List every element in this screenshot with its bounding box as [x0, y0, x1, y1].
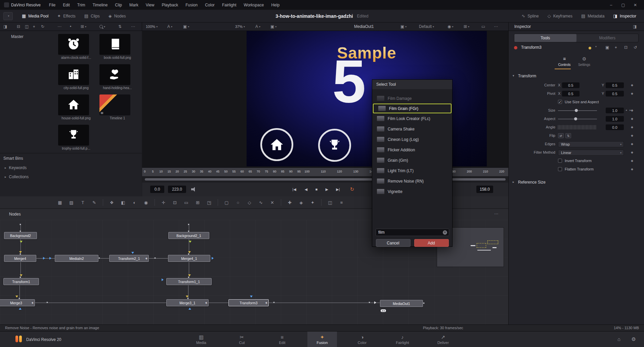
reset-icon[interactable]: ↺ — [634, 45, 637, 50]
media-pool-button[interactable]: ▦ Media Pool — [17, 10, 53, 22]
polygon-mask-tool-icon[interactable]: ◇ — [245, 199, 254, 206]
current-frame-field[interactable]: 158.0 — [476, 186, 493, 193]
inspector-button[interactable]: ◨ Inspector — [609, 10, 641, 22]
viewer-adjust-dropdown[interactable]: A▾ — [255, 23, 260, 31]
connector-square[interactable] — [46, 302, 48, 303]
tool-option-cineon-log-log[interactable]: Cineon Log (Log) — [372, 134, 452, 145]
node-enable-toggle[interactable] — [514, 46, 517, 49]
menu-playback[interactable]: Playback — [158, 3, 182, 7]
more-options-icon[interactable]: ⋯ — [131, 23, 135, 31]
keyframe-diamond-icon[interactable]: ◆ — [631, 92, 633, 95]
keyframe-diamond-icon[interactable]: ◆ — [631, 109, 633, 112]
wand-mask-tool-icon[interactable]: ✕ — [268, 199, 277, 206]
connector-square[interactable] — [188, 224, 189, 225]
timeline-thumbnail[interactable]: ▤ — [99, 94, 130, 115]
tool-option-camera-shake[interactable]: Camera Shake — [372, 124, 452, 134]
viewer-options-icon[interactable]: ⋯ — [494, 23, 498, 31]
search-icon[interactable]: ▾ — [99, 23, 105, 31]
clear-search-icon[interactable]: ✕ — [443, 230, 447, 235]
keyframe-diamond-icon[interactable]: ◆ — [631, 167, 633, 171]
background-tool-icon[interactable]: ▦ — [55, 199, 65, 206]
clip-thumbnail[interactable] — [99, 34, 130, 55]
reference-size-section-header[interactable]: ▸ Reference Size — [509, 179, 644, 186]
clips-button[interactable]: ▤ Clips — [80, 10, 104, 22]
merge-tool-icon[interactable]: ◧ — [119, 199, 128, 206]
flip-horizontal-button[interactable]: ⇄ — [558, 133, 564, 138]
tool-option-film-damage[interactable]: Film Damage — [372, 93, 452, 104]
grid-warp-tool-icon[interactable]: ◳ — [205, 199, 214, 206]
sort-icon[interactable]: ⇅ — [118, 23, 122, 31]
viewer-frame-dropdown[interactable]: ▣▾ — [270, 23, 276, 31]
connector-square[interactable] — [423, 302, 425, 304]
ui-layout-dropdown[interactable]: ▾ — [3, 12, 13, 20]
left-frame-dropdown[interactable]: ▣▾ — [183, 23, 189, 31]
menu-workspace[interactable]: Workspace — [240, 3, 268, 7]
clip-thumbnail[interactable] — [58, 125, 89, 146]
node-transform3[interactable]: Transform3◈ — [228, 299, 269, 306]
resize-tool-icon[interactable]: ⊞ — [193, 199, 202, 206]
menu-color[interactable]: Color — [201, 3, 218, 7]
menu-view[interactable]: View — [142, 3, 158, 7]
maximize-button[interactable]: ▢ — [617, 3, 629, 7]
grid-overlay-icon[interactable]: ⊞▾ — [464, 23, 469, 31]
connector-square[interactable] — [273, 302, 275, 303]
page-fairlight[interactable]: ♪ Fairlight — [388, 332, 417, 347]
viewer-zoom-dropdown[interactable]: 37%▾ — [235, 23, 245, 31]
size-field[interactable]: 1.0 — [606, 108, 624, 113]
go-to-start-button[interactable]: |◀ — [290, 185, 299, 193]
aspect-field[interactable]: 1.0 — [606, 116, 624, 122]
menu-trim[interactable]: Trim — [74, 3, 89, 7]
page-cut[interactable]: ✂ Cut — [227, 332, 257, 347]
text-tool-icon[interactable]: T — [78, 199, 87, 206]
usage-filter-icon[interactable]: ◫ — [25, 23, 29, 31]
invert-transform-checkbox[interactable] — [558, 159, 562, 163]
step-back-button[interactable]: ◀ — [302, 185, 310, 193]
page-media[interactable]: ▥ Media — [186, 332, 216, 347]
menu-edit[interactable]: Edit — [59, 3, 74, 7]
tool-option-film-look-creator-flc[interactable]: Film Look Creator (FLc) — [372, 113, 452, 124]
node-merge4-1[interactable]: Merge4_1 — [168, 255, 210, 262]
stop-button[interactable]: ■ — [312, 185, 321, 193]
angle-field[interactable]: 0.0 — [606, 124, 624, 130]
smart-bins-header[interactable]: Smart Bins — [3, 156, 23, 161]
node-merge3[interactable]: Merge3◈ — [0, 299, 35, 306]
loop-button[interactable]: ↻ — [348, 185, 356, 193]
keyframes-button[interactable]: ◇ Keyframes — [543, 10, 577, 22]
relink-icon[interactable]: ⌖ — [33, 23, 35, 31]
menu-timeline[interactable]: Timeline — [89, 3, 111, 7]
page-deliver[interactable]: ↗ Deliver — [428, 332, 458, 347]
node-transform2-1[interactable]: Transform2_1◈ — [109, 255, 149, 262]
tab-modifiers[interactable]: Modifiers — [576, 34, 639, 42]
angle-dial[interactable] — [558, 125, 597, 129]
center-y-field[interactable]: 0.5 — [606, 82, 624, 88]
transform-tool-icon[interactable]: ✛ — [159, 199, 168, 206]
keyframe-diamond-icon[interactable]: ◆ — [631, 125, 633, 129]
glow-tool-icon[interactable]: ✦ — [308, 199, 317, 206]
pin-icon[interactable]: ⌖ — [615, 45, 617, 50]
inspector-panel-icon[interactable]: ◨ — [633, 23, 637, 31]
pivot-y-field[interactable]: 0.5 — [606, 91, 624, 97]
tool-option-grain-grn[interactable]: Grain (Grn) — [372, 155, 452, 165]
crop-tool-icon[interactable]: ⊡ — [170, 199, 179, 206]
tab-tools[interactable]: Tools — [514, 34, 576, 42]
node-transform1-1[interactable]: Transform1_1 — [166, 278, 212, 285]
node-merge3-1[interactable]: Merge3_1◈ — [166, 299, 209, 306]
node-background2-1[interactable]: Background2_1 — [168, 232, 209, 239]
keyer-tool-icon[interactable]: ✚ — [285, 199, 294, 206]
app-menu[interactable]: DaVinci Resolve — [11, 3, 41, 7]
menu-fairlight[interactable]: Fairlight — [218, 3, 240, 7]
node-merge4[interactable]: Merge4 — [4, 255, 36, 262]
lut-dropdown[interactable]: Default▾ — [419, 23, 434, 31]
size-slider[interactable] — [558, 110, 597, 111]
menu-clip[interactable]: Clip — [111, 3, 126, 7]
keyframe-diamond-icon[interactable]: ◆ — [631, 159, 633, 162]
project-manager-icon[interactable]: ⌂ — [617, 336, 620, 342]
keyframe-diamond-icon[interactable]: ◆ — [631, 142, 633, 146]
lock-icon[interactable]: ⊡ — [624, 45, 628, 50]
clip-thumbnail[interactable] — [58, 94, 89, 115]
page-edit[interactable]: ≡ Edit — [267, 332, 297, 347]
ellipse-mask-tool-icon[interactable]: ○ — [233, 199, 243, 206]
tool-option-flicker-addition[interactable]: Flicker Addition — [372, 145, 452, 155]
audio-mute-icon[interactable] — [191, 187, 197, 192]
smart-bin-keywords[interactable]: ▸ Keywords — [5, 165, 27, 170]
